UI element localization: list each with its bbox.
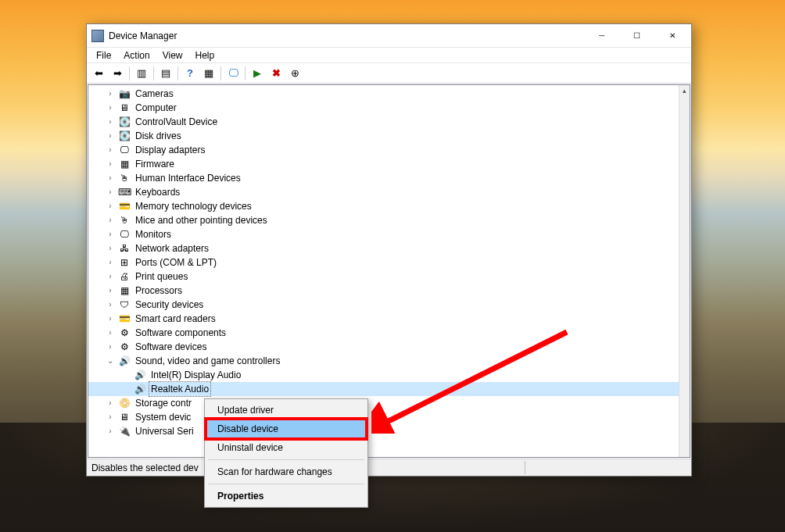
- tree-node-label: Ports (COM & LPT): [134, 255, 218, 270]
- chevron-right-icon[interactable]: [106, 157, 115, 171]
- context-menu-item[interactable]: Disable device: [206, 420, 366, 438]
- chevron-right-icon[interactable]: [106, 87, 115, 101]
- tree-node[interactable]: 💽Disk drives: [88, 129, 679, 143]
- context-menu-separator: [208, 459, 364, 460]
- chevron-right-icon[interactable]: [106, 410, 115, 424]
- show-hide-console-button[interactable]: ▥: [133, 65, 150, 82]
- minimize-button[interactable]: ─: [584, 24, 619, 47]
- device-category-icon: 💳: [118, 200, 131, 212]
- chevron-right-icon[interactable]: [106, 227, 115, 241]
- menubar: File Action View Help: [87, 48, 691, 63]
- toolbar-separator: [129, 66, 130, 80]
- chevron-right-icon[interactable]: [106, 171, 115, 185]
- chevron-right-icon[interactable]: [106, 143, 115, 157]
- chevron-right-icon[interactable]: [106, 213, 115, 227]
- menu-action[interactable]: Action: [117, 48, 156, 62]
- tree-node[interactable]: 🖰Mice and other pointing devices: [88, 213, 679, 227]
- window-title: Device Manager: [109, 30, 584, 41]
- tree-node[interactable]: ⊞Ports (COM & LPT): [88, 255, 679, 270]
- context-menu-item[interactable]: Uninstall device: [206, 438, 366, 457]
- tree-node-label: Security devices: [134, 298, 205, 312]
- tree-node[interactable]: ▦Firmware: [88, 157, 679, 171]
- tree-node[interactable]: 🖵Monitors: [88, 227, 679, 241]
- tree-node[interactable]: ⌨Keyboards: [88, 185, 679, 199]
- device-category-icon: ⊞: [118, 256, 131, 269]
- tree-node[interactable]: 🖥System devic: [88, 410, 679, 424]
- chevron-right-icon[interactable]: [106, 326, 115, 340]
- device-category-icon: 💳: [118, 312, 131, 325]
- tree-node[interactable]: 🔊Sound, video and game controllers: [88, 354, 679, 368]
- chevron-right-icon[interactable]: [106, 284, 115, 298]
- help-icon: ?: [187, 67, 193, 79]
- back-button[interactable]: ⬅: [90, 65, 107, 82]
- view-button[interactable]: ▦: [200, 65, 217, 82]
- tree-node[interactable]: 🔊Intel(R) Display Audio: [88, 368, 679, 382]
- context-menu-item[interactable]: Scan for hardware changes: [206, 462, 366, 481]
- forward-button[interactable]: ➡: [109, 65, 126, 82]
- maximize-button[interactable]: ☐: [619, 24, 654, 47]
- tree-node[interactable]: 🖱Human Interface Devices: [88, 171, 679, 185]
- device-category-icon: ▦: [118, 158, 131, 170]
- menu-file[interactable]: File: [90, 48, 117, 62]
- enable-icon: ▶: [253, 67, 261, 79]
- device-category-icon: 💽: [118, 130, 131, 142]
- properties-button[interactable]: ▤: [157, 65, 174, 82]
- tree-node[interactable]: ⚙Software components: [88, 326, 679, 340]
- chevron-down-icon[interactable]: [106, 354, 115, 368]
- chevron-right-icon[interactable]: [106, 340, 115, 354]
- chevron-right-icon[interactable]: [106, 312, 115, 326]
- chevron-right-icon[interactable]: [106, 424, 115, 438]
- chevron-right-icon[interactable]: [106, 115, 115, 129]
- chevron-right-icon[interactable]: [106, 255, 115, 270]
- tree-node[interactable]: 🖨Print queues: [88, 270, 679, 284]
- toolbar-separator: [153, 66, 154, 80]
- chevron-right-icon[interactable]: [106, 241, 115, 255]
- chevron-right-icon[interactable]: [106, 298, 115, 312]
- scan-hardware-button[interactable]: 🖵: [224, 65, 242, 82]
- chevron-right-icon[interactable]: [106, 270, 115, 284]
- device-category-icon: 🖵: [118, 228, 131, 241]
- chevron-right-icon[interactable]: [106, 396, 115, 410]
- tree-node[interactable]: 🔌Universal Seri: [88, 424, 679, 438]
- tree-node[interactable]: ⚙Software devices: [88, 340, 679, 354]
- tree-node[interactable]: 📀Storage contr: [88, 396, 679, 410]
- status-separator: [525, 461, 525, 474]
- chevron-right-icon[interactable]: [106, 185, 115, 199]
- context-menu-separator: [208, 484, 364, 484]
- enable-device-button[interactable]: ▶: [249, 65, 266, 82]
- tree-node[interactable]: 💳Smart card readers: [88, 312, 679, 326]
- context-menu-item[interactable]: Update driver: [206, 401, 366, 420]
- tree-node[interactable]: 💽ControlVault Device: [88, 115, 679, 129]
- close-button[interactable]: ✕: [654, 24, 690, 47]
- vertical-scrollbar[interactable]: ▴: [679, 85, 690, 457]
- uninstall-device-button[interactable]: ✖: [267, 65, 285, 82]
- tree-node[interactable]: 🖥Computer: [88, 101, 679, 115]
- tree-node[interactable]: 🛡Security devices: [88, 298, 679, 312]
- tree-node-label: Display adapters: [134, 143, 206, 157]
- tree-node-label: Disk drives: [134, 129, 183, 143]
- tree-node[interactable]: ▦Processors: [88, 284, 679, 298]
- update-driver-button[interactable]: ⊕: [286, 65, 303, 82]
- menu-help[interactable]: Help: [189, 48, 221, 62]
- device-category-icon: 📀: [118, 397, 131, 409]
- help-button[interactable]: ?: [181, 65, 199, 82]
- tree-node[interactable]: 💳Memory technology devices: [88, 199, 679, 213]
- device-category-icon: ▦: [118, 284, 131, 297]
- titlebar[interactable]: Device Manager ─ ☐ ✕: [87, 24, 691, 48]
- tree-node[interactable]: 🔊Realtek Audio: [88, 382, 679, 396]
- chevron-right-icon[interactable]: [106, 199, 115, 213]
- arrow-left-icon: ⬅: [95, 67, 103, 79]
- context-menu-item[interactable]: Properties: [206, 487, 366, 505]
- chevron-right-icon[interactable]: [106, 101, 115, 115]
- device-category-icon: 🛡: [118, 298, 131, 311]
- device-tree[interactable]: 📷Cameras🖥Computer💽ControlVault Device💽Di…: [88, 85, 679, 440]
- device-category-icon: 🖥: [118, 411, 131, 423]
- chevron-right-icon[interactable]: [106, 129, 115, 143]
- menu-view[interactable]: View: [156, 48, 189, 62]
- tree-node[interactable]: 🖧Network adapters: [88, 241, 679, 255]
- device-category-icon: ⚙: [118, 327, 131, 339]
- scroll-up-icon[interactable]: ▴: [679, 85, 690, 96]
- tree-node[interactable]: 🖵Display adapters: [88, 143, 679, 157]
- tree-node-label: Monitors: [134, 227, 173, 241]
- tree-node[interactable]: 📷Cameras: [88, 87, 679, 101]
